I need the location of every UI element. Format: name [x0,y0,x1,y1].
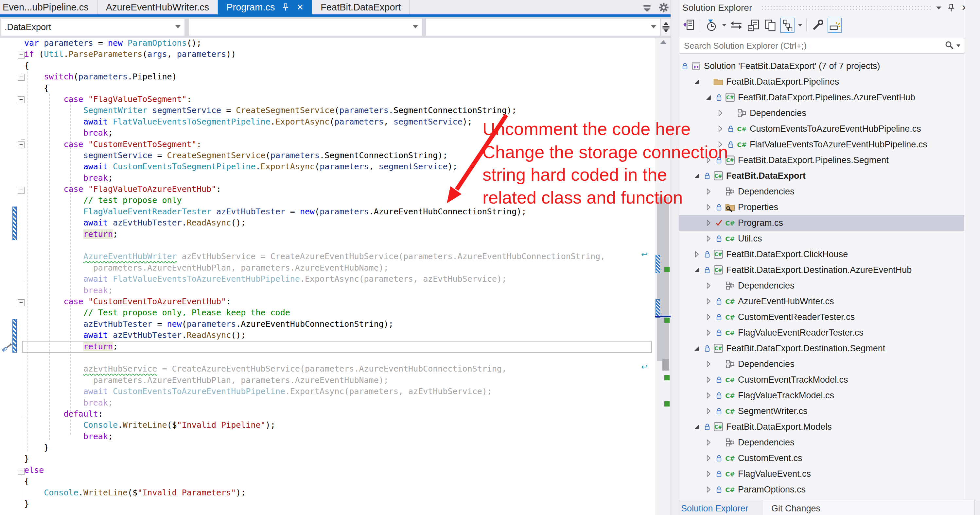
document-tab[interactable]: Program.cs✕ [218,0,312,14]
tree-item[interactable]: Solution 'FeatBit.DataExport' (7 of 7 pr… [679,58,964,74]
tree-item[interactable]: C#FlagValueEventReaderTester.cs [679,325,964,341]
sync-active-document-icon[interactable] [729,17,743,33]
pin-icon[interactable] [282,3,289,11]
tool-window-tab[interactable]: Git Changes [771,504,820,514]
lock-icon [727,141,735,148]
chevron-collapsed-icon[interactable] [705,470,713,477]
preview-selected-icon[interactable] [827,17,842,33]
tree-item[interactable]: C#FlagValueEvent.cs [679,466,964,482]
tree-item[interactable]: C#AzureEventHubWriter.cs [679,293,964,309]
pin-icon[interactable] [946,3,956,13]
tree-item[interactable]: C#FeatBit.DataExport.Models [679,419,964,434]
search-options-chevron-icon[interactable] [956,43,961,49]
document-tab[interactable]: FeatBit.DataExport [312,0,409,14]
tree-item[interactable]: C#CustomEventsToAzureEventHubPipeline.cs [679,121,964,136]
chevron-collapsed-icon[interactable] [705,376,713,383]
tree-item[interactable]: Dependencies [679,278,964,293]
tree-item[interactable]: C#ParamOptions.cs [679,482,964,498]
editor-navigation-bar: .DataExport [0,17,671,38]
chevron-collapsed-icon[interactable] [705,486,713,493]
chevron-collapsed-icon[interactable] [705,407,713,415]
lock-icon [715,313,723,321]
chevron-collapsed-icon[interactable] [705,439,713,446]
chevron-collapsed-icon[interactable] [705,219,713,227]
annotation-text-line: Change the storage connection [482,142,728,162]
tree-item[interactable]: C#FeatBit.DataExport.ClickHouse [679,246,964,262]
chevron-collapsed-icon[interactable] [705,204,713,211]
chevron-expanded-icon[interactable] [693,266,701,274]
chevron-collapsed-icon[interactable] [705,282,713,289]
solution-explorer-scrollbar-track[interactable] [965,0,980,500]
tree-item[interactable]: C#FlagValueTrackModel.cs [679,388,964,403]
chevron-expanded-icon[interactable] [693,172,701,179]
code-line [0,240,655,251]
panel-drag-grip[interactable] [761,5,931,11]
chevron-down-icon[interactable] [722,24,727,27]
chevron-expanded-icon[interactable] [705,94,713,101]
chevron-collapsed-icon[interactable] [705,298,713,305]
editor-scrollbar[interactable] [655,38,671,515]
chevron-expanded-icon[interactable] [693,345,701,352]
chevron-expanded-icon[interactable] [693,423,701,430]
tree-item[interactable]: C#SegmentWriter.cs [679,403,964,419]
pending-changes-filter-icon[interactable] [704,17,719,33]
scrollbar-saved-change-mark [664,318,670,323]
properties-icon[interactable] [811,17,825,33]
tree-item[interactable]: C#Program.cs [679,215,964,231]
chevron-collapsed-icon[interactable] [705,455,713,462]
tree-item[interactable]: C#FeatBit.DataExport [679,168,964,184]
tree-item[interactable]: Properties [679,199,964,215]
scrollbar-thumb[interactable] [657,197,669,361]
collapse-all-icon[interactable] [746,17,760,33]
show-all-files-icon[interactable] [763,17,778,33]
scrollbar-up-arrow[interactable] [660,40,667,44]
tree-item[interactable]: Dependencies [679,184,964,199]
tree-item[interactable]: Dependencies [679,434,964,450]
chevron-collapsed-icon[interactable] [693,250,701,258]
solution-explorer-header: Solution Explorer ✕ [679,0,980,16]
chevron-collapsed-icon[interactable] [705,314,713,320]
tree-item[interactable]: C#FeatBit.DataExport.Pipelines.AzureEven… [679,90,964,105]
tool-window-tab[interactable]: Solution Explorer [681,504,748,514]
chevron-collapsed-icon[interactable] [705,360,713,368]
close-icon[interactable]: ✕ [296,2,304,13]
search-input[interactable] [683,41,944,51]
code-line: switch(parameters.Pipeline) [0,71,655,82]
chevron-collapsed-icon[interactable] [705,235,713,242]
chevron-collapsed-icon[interactable] [716,125,724,132]
editor-settings-gear-icon[interactable] [658,2,669,14]
split-editor-button[interactable] [662,19,671,36]
tool-window-tab-strip: Solution ExplorerGit Changes [679,500,980,515]
tree-item[interactable]: C#FeatBit.DataExport.Destination.AzureEv… [679,262,964,278]
project-dropdown[interactable]: .DataExport [1,19,185,36]
chevron-down-icon[interactable] [798,24,802,27]
member-dropdown[interactable] [426,19,660,36]
chevron-collapsed-icon[interactable] [705,329,713,336]
tree-item[interactable]: C#CustomEvent.cs [679,450,964,466]
tree-item[interactable]: FeatBit.DataExport.Pipelines [679,74,964,90]
document-tab[interactable]: Even...ubPipeline.cs [0,0,97,14]
document-tab[interactable]: AzureEventHubWriter.cs [97,0,218,14]
view-hierarchy-icon[interactable] [780,17,794,33]
chevron-collapsed-icon[interactable] [716,109,724,117]
chevron-expanded-icon[interactable] [693,78,701,85]
tree-item[interactable]: C#Util.cs [679,231,964,246]
tree-item[interactable]: C#FeatBit.DataExport.Destination.Segment [679,341,964,356]
tree-item[interactable]: Dependencies [679,105,964,121]
chevron-collapsed-icon[interactable] [705,188,713,195]
tree-item[interactable]: Dependencies [679,356,964,372]
chevron-collapsed-icon[interactable] [705,392,713,399]
tree-item[interactable]: C#CustomEventReaderTester.cs [679,309,964,325]
tree-item[interactable]: C#CustomEventTrackModel.cs [679,372,964,388]
csproj-icon: C# [713,265,724,275]
window-position-chevron-icon[interactable] [934,3,944,13]
search-icon[interactable] [944,40,954,51]
panel-splitter[interactable] [671,0,679,515]
code-editor[interactable]: − − − − − − − var parameters = new Param… [0,38,671,515]
tree-item-label: Dependencies [738,187,794,197]
switch-views-icon[interactable] [682,17,696,33]
search-box[interactable] [679,38,964,54]
type-dropdown[interactable] [189,19,422,36]
code-text[interactable]: var parameters = new ParamOptions();if (… [0,38,655,509]
tab-overflow-icon[interactable] [642,2,652,14]
